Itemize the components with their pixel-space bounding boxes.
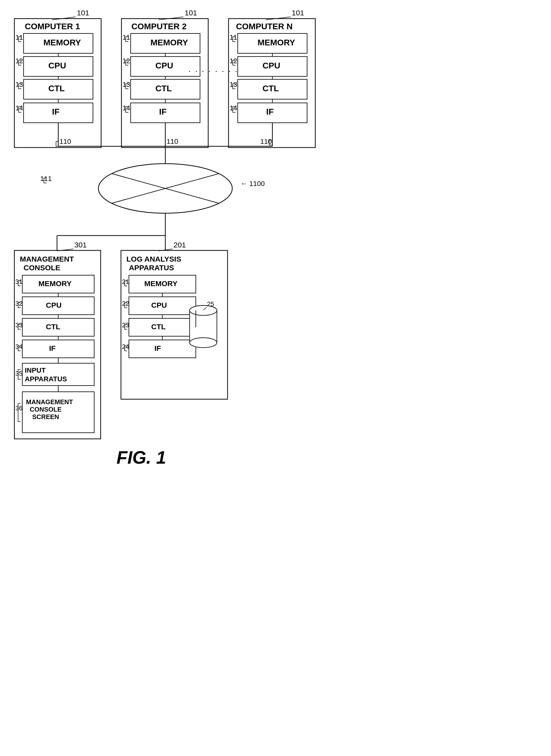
svg-text:IF: IF (159, 107, 166, 116)
svg-text:MEMORY: MEMORY (38, 280, 72, 288)
svg-line-60 (111, 173, 219, 203)
svg-rect-112 (190, 310, 217, 343)
svg-rect-24 (131, 56, 200, 76)
svg-text:CPU: CPU (262, 61, 280, 70)
svg-text:CTL: CTL (262, 83, 279, 93)
svg-line-61 (111, 173, 219, 203)
svg-rect-46 (238, 103, 307, 123)
svg-text:CPU: CPU (151, 301, 167, 309)
svg-line-70 (57, 249, 73, 251)
svg-text:22: 22 (122, 300, 129, 307)
svg-rect-103 (129, 297, 196, 315)
svg-text:14: 14 (122, 104, 130, 112)
svg-text:COMPUTER 2: COMPUTER 2 (131, 22, 187, 31)
svg-text:CPU: CPU (155, 61, 173, 70)
svg-point-115 (190, 338, 217, 348)
svg-rect-94 (121, 251, 227, 399)
svg-text:32: 32 (15, 300, 23, 307)
connection-lines: COMPUTER 1 101 11 MEMORY 12 CPU 13 CTL 1… (0, 0, 551, 756)
svg-line-35 (266, 17, 291, 20)
svg-text:11: 11 (229, 33, 237, 41)
svg-rect-106 (129, 318, 196, 336)
svg-line-118 (203, 308, 206, 310)
svg-text:13: 13 (15, 81, 23, 88)
svg-text:14: 14 (229, 104, 237, 112)
svg-text:COMPUTER N: COMPUTER N (236, 22, 293, 31)
svg-rect-37 (238, 33, 307, 53)
svg-text:MANAGEMENT: MANAGEMENT (20, 255, 74, 263)
svg-text:CONSOLE: CONSOLE (30, 406, 62, 413)
svg-line-96 (159, 249, 172, 251)
svg-rect-40 (238, 56, 307, 76)
svg-text:CTL: CTL (48, 83, 65, 93)
svg-text:IF: IF (49, 344, 56, 352)
svg-text:MANAGEMENT: MANAGEMENT (26, 398, 73, 406)
svg-text:. . . . . . . .: . . . . . . . . (188, 64, 238, 74)
svg-text:35: 35 (15, 370, 23, 377)
svg-text:CTL: CTL (46, 323, 60, 331)
svg-text:LOG ANALYSIS: LOG ANALYSIS (126, 255, 181, 263)
svg-text:101: 101 (292, 9, 304, 17)
svg-rect-27 (131, 79, 200, 99)
svg-rect-74 (22, 275, 94, 293)
svg-text:CPU: CPU (48, 61, 66, 70)
svg-text:APPARATUS: APPARATUS (129, 264, 174, 272)
svg-text:101: 101 (77, 9, 89, 17)
svg-text:← 1100: ← 1100 (240, 180, 265, 187)
svg-rect-5 (24, 33, 93, 53)
svg-text:IF: IF (266, 107, 273, 116)
svg-text:25: 25 (207, 300, 214, 308)
svg-rect-68 (14, 251, 101, 439)
svg-rect-83 (22, 340, 94, 358)
svg-line-3 (52, 17, 76, 20)
svg-text:14: 14 (15, 104, 23, 112)
svg-rect-100 (129, 275, 196, 293)
svg-text:13: 13 (229, 81, 237, 88)
svg-text:MEMORY: MEMORY (43, 38, 81, 47)
svg-rect-14 (24, 103, 93, 123)
svg-point-111 (190, 306, 217, 315)
svg-text:33: 33 (15, 321, 23, 329)
svg-text:MEMORY: MEMORY (150, 38, 188, 47)
svg-rect-21 (131, 33, 200, 53)
svg-text:CPU: CPU (46, 301, 61, 309)
svg-text:12: 12 (122, 57, 130, 65)
svg-text:110: 110 (59, 137, 71, 145)
svg-text:11: 11 (122, 33, 130, 41)
svg-text:12: 12 (15, 57, 23, 65)
svg-text:23: 23 (122, 321, 129, 329)
svg-rect-16 (121, 19, 208, 147)
svg-text:13: 13 (122, 81, 130, 88)
svg-text:31: 31 (15, 278, 23, 285)
svg-text:IF: IF (154, 344, 161, 352)
svg-text:INPUT: INPUT (25, 366, 46, 374)
svg-text:34: 34 (15, 343, 23, 350)
svg-text:111: 111 (40, 175, 52, 182)
svg-text:110: 110 (260, 137, 272, 145)
svg-text:CTL: CTL (155, 83, 172, 93)
svg-text:FIG. 1: FIG. 1 (116, 447, 166, 467)
svg-text:301: 301 (74, 241, 87, 249)
svg-rect-32 (228, 19, 315, 147)
svg-text:21: 21 (122, 278, 129, 285)
svg-text:MEMORY: MEMORY (144, 280, 177, 288)
svg-text:CONSOLE: CONSOLE (24, 264, 60, 272)
svg-text:201: 201 (173, 241, 186, 249)
svg-text:APPARATUS: APPARATUS (25, 375, 67, 383)
svg-point-59 (98, 164, 232, 213)
svg-rect-8 (24, 56, 93, 76)
svg-text:24: 24 (122, 343, 129, 350)
svg-text:MEMORY: MEMORY (257, 38, 295, 47)
svg-rect-43 (238, 79, 307, 99)
svg-line-19 (159, 17, 183, 20)
svg-text:IF: IF (52, 107, 59, 116)
svg-rect-86 (22, 363, 94, 386)
svg-text:COMPUTER 1: COMPUTER 1 (25, 22, 80, 31)
svg-rect-30 (131, 103, 200, 123)
svg-text:11: 11 (15, 33, 23, 41)
svg-rect-0 (14, 19, 101, 147)
diagram: COMPUTER 1 101 11 MEMORY 12 CPU 13 CTL 1… (0, 0, 551, 756)
svg-text:36: 36 (15, 404, 23, 412)
svg-rect-11 (24, 79, 93, 99)
svg-text:SCREEN: SCREEN (32, 413, 59, 420)
